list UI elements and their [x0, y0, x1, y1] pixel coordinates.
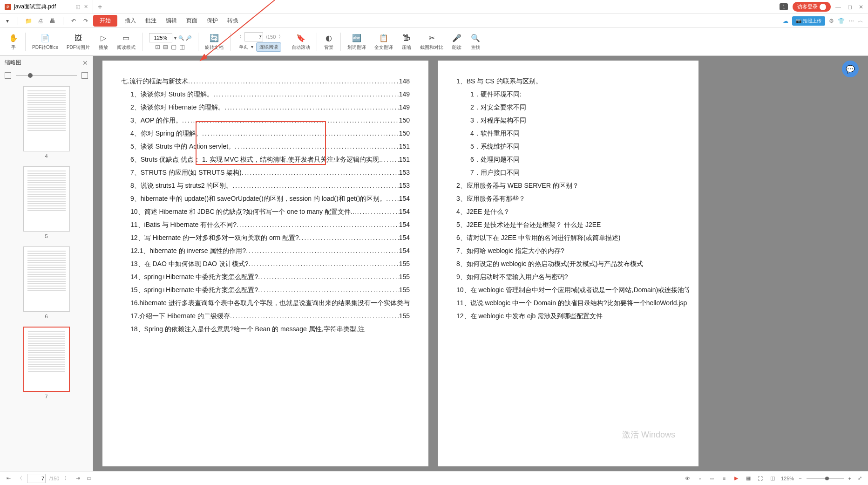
skin-icon[interactable]: 👕 [838, 18, 845, 24]
pdf-to-image-button[interactable]: 🖼 PDF转图片 [63, 33, 94, 51]
read-aloud-button[interactable]: 🎤 朗读 [448, 33, 466, 51]
collapse-icon[interactable]: ︿ [858, 17, 863, 25]
word-translate-button[interactable]: 🔤 划词翻译 [344, 33, 370, 51]
thumbnail-page-6[interactable]: 6 [5, 246, 88, 319]
sidebar-close-icon[interactable]: ✕ [82, 59, 88, 67]
fit-icon[interactable]: ◫ [179, 43, 185, 50]
read-mode-button[interactable]: ▭ 阅读模式 [113, 33, 139, 51]
toc-entry: 4、你对 Spring 的理解。........................… [121, 127, 410, 140]
toc-entry: 8、如何设定的 weblogic 的热启动模式(开发模式)与产品发布模式 [456, 257, 689, 270]
eye-icon[interactable]: 👁 [684, 475, 692, 482]
menu-edit[interactable]: 编辑 [162, 15, 181, 27]
rotate-button[interactable]: 🔄 旋转文档 [201, 33, 227, 51]
minimize-icon[interactable]: — [835, 4, 841, 10]
document-tab[interactable]: P java面试宝典.pdf ◱ ✕ [0, 0, 93, 14]
more-icon[interactable]: ⋯ [848, 18, 854, 24]
thumbnail-page-5[interactable]: 5 [5, 166, 88, 239]
cloud-upload-button[interactable]: 📷 拍照上传 [792, 16, 825, 26]
thumb-label: 5 [45, 233, 47, 239]
menu-page[interactable]: 页面 [183, 15, 201, 27]
toc-entry: 3．对程序架构不同 [456, 114, 689, 127]
pdf-page-left: 七.流行的框架与新技术.............................… [102, 61, 428, 466]
toc-entry: 10、在 weblogic 管理制台中对一个应用域(或者说是一个网站,Domai… [456, 283, 689, 296]
full-translate-button[interactable]: 📋 全文翻译 [371, 33, 397, 51]
toc-entry: 12.1、hibernate 的 inverse 属性的作用?.........… [121, 244, 410, 257]
status-page-input[interactable] [27, 474, 46, 483]
compress-button[interactable]: 🗜 压缩 [398, 33, 415, 51]
pdf-page-right: 1、BS 与 CS 的联系与区别。 激活 Windows1．硬件环境不同:2．对… [438, 61, 698, 466]
zoom-dropdown-icon[interactable]: ▾ [174, 35, 176, 41]
view-grid-icon[interactable]: ▦ [745, 475, 752, 482]
find-button[interactable]: 🔍 查找 [467, 33, 484, 51]
translate-icon: 🔤 [352, 33, 362, 43]
actual-size-icon[interactable]: ▢ [171, 43, 176, 50]
toc-entry: 8、说说 struts1 与 struts2 的区别。.............… [121, 179, 410, 192]
fit-width-icon[interactable]: ⊡ [155, 43, 160, 50]
thumb-view-icon[interactable] [5, 72, 11, 79]
single-page-button[interactable]: 单页 [239, 44, 248, 50]
thumbnail-page-4[interactable]: 4 [5, 86, 88, 159]
next-page-icon[interactable]: 〉 [278, 34, 283, 40]
notification-badge[interactable]: 1 [780, 3, 788, 10]
play-button[interactable]: ▷ 播放 [95, 33, 112, 51]
prev-page-icon[interactable]: 〈 [237, 34, 242, 40]
zoom-out-icon[interactable]: 🔍 [178, 35, 184, 41]
menu-dropdown-icon[interactable]: ▾ [4, 17, 11, 25]
next-page-status-icon[interactable]: 〉 [63, 475, 70, 482]
prev-page-status-icon[interactable]: 〈 [16, 475, 23, 482]
fit-page-icon[interactable]: ⊟ [163, 43, 168, 50]
hand-tool[interactable]: ✋ 手 [5, 33, 22, 51]
search-icon: 🔍 [470, 33, 481, 43]
tab-close-icon[interactable]: ✕ [84, 4, 88, 10]
cloud-icon[interactable]: ☁ [783, 18, 788, 24]
save-icon[interactable]: 🖨 [37, 17, 44, 25]
zoom-minus-icon[interactable]: − [799, 476, 801, 481]
pdf-to-office-button[interactable]: 📄 PDF转Office [28, 33, 62, 51]
fullscreen-icon[interactable]: ⤢ [856, 475, 863, 482]
close-icon[interactable]: ✕ [859, 4, 863, 10]
view-fit-icon[interactable]: ◫ [769, 475, 776, 482]
zoom-plus-icon[interactable]: + [848, 476, 851, 481]
page-viewport[interactable]: 七.流行的框架与新技术.............................… [93, 56, 868, 471]
bookmark-button[interactable]: 🔖 自动滚动 [288, 33, 314, 51]
thumb-grid-icon[interactable] [81, 72, 88, 79]
panel-toggle-icon[interactable]: ▭ [85, 475, 93, 482]
view-full-icon[interactable]: ⛶ [757, 475, 764, 482]
settings-icon[interactable]: ⚙ [829, 18, 834, 24]
zoom-input[interactable] [149, 33, 172, 42]
last-page-icon[interactable]: ⇥ [74, 475, 81, 482]
view-single-icon[interactable]: ▫ [696, 475, 704, 482]
background-button[interactable]: ◐ 背景 [320, 33, 338, 51]
open-icon[interactable]: 📁 [25, 17, 32, 25]
view-double-icon[interactable]: ▫▫ [708, 475, 716, 482]
crop-compare-button[interactable]: ✂ 截图和对比 [416, 33, 447, 51]
tab-pin-icon[interactable]: ◱ [75, 4, 80, 10]
print-icon[interactable]: 🖶 [49, 17, 56, 25]
menu-protect[interactable]: 保护 [203, 15, 222, 27]
double-page-icon[interactable]: ▾ [251, 44, 253, 49]
view-continuous-icon[interactable]: ≡ [720, 475, 728, 482]
login-button[interactable]: 访客登录 [793, 2, 831, 12]
start-tab[interactable]: 开始 [93, 15, 117, 27]
maximize-icon[interactable]: ◻ [848, 4, 852, 10]
menu-insert[interactable]: 插入 [121, 15, 140, 27]
page-input[interactable] [244, 32, 263, 41]
assistant-float-button[interactable]: 💬 [842, 61, 859, 77]
crop-icon: ✂ [427, 33, 437, 43]
view-book-icon[interactable]: ▶ [732, 475, 740, 482]
first-page-icon[interactable]: ⇤ [5, 475, 12, 482]
menu-convert[interactable]: 转换 [224, 15, 242, 27]
redo-icon[interactable]: ↷ [82, 17, 89, 25]
toc-entry: 6、请对以下在 J2EE 中常用的名词进行解释(或简单描述) [456, 231, 689, 244]
new-tab-button[interactable]: + [93, 3, 107, 11]
continuous-read-button[interactable]: 连续阅读 [256, 42, 281, 52]
thumb-size-slider[interactable] [16, 75, 77, 76]
undo-icon[interactable]: ↶ [70, 17, 77, 25]
statusbar: ⇤ 〈 /150 〉 ⇥ ▭ 👁 ▫ ▫▫ ≡ ▶ ▦ ⛶ ◫ 125% − +… [0, 471, 868, 485]
read-icon: ▭ [121, 33, 131, 43]
toc-entry: 2、谈谈你对 Hibernate 的理解。...................… [121, 101, 410, 114]
zoom-in-icon[interactable]: 🔎 [186, 35, 191, 41]
thumbnail-page-7[interactable]: 7 [5, 327, 88, 399]
menu-annotate[interactable]: 批注 [142, 15, 160, 27]
zoom-slider[interactable] [807, 478, 844, 479]
